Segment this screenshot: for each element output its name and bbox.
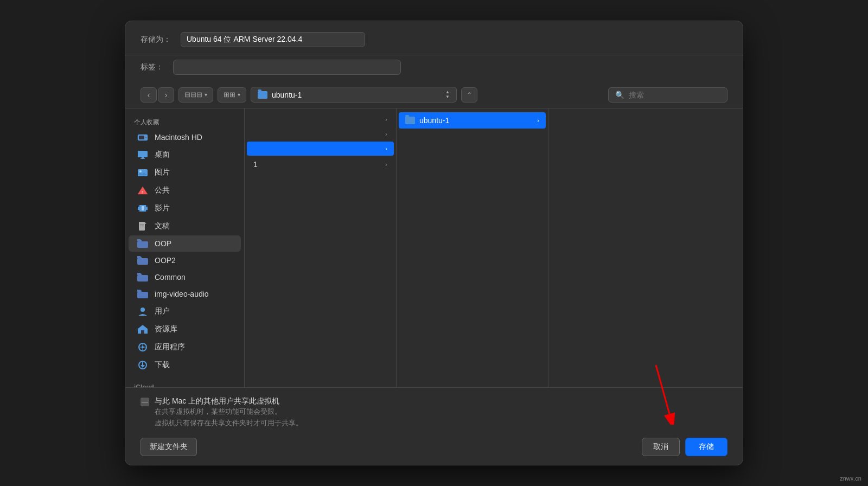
grid-dropdown-icon: ▾ (238, 92, 240, 98)
sidebar-item-oop2[interactable]: OOP2 (129, 252, 241, 268)
svg-rect-4 (142, 157, 144, 158)
dropdown-arrow-icon: ▾ (205, 92, 207, 98)
svg-point-7 (139, 170, 142, 172)
column1-item-3[interactable]: › (247, 142, 394, 156)
cancel-button[interactable]: 取消 (642, 438, 680, 456)
tags-input[interactable] (173, 60, 401, 75)
forward-button[interactable]: › (158, 87, 174, 103)
sidebar-item-user-label: 用户 (155, 306, 170, 316)
sidebar-item-img-video[interactable]: img-video-audio (129, 286, 241, 302)
oop-icon (137, 239, 148, 248)
sidebar-item-download-label: 下载 (155, 360, 170, 370)
column-pane-1: › › › 1 › (245, 108, 397, 387)
svg-rect-22 (137, 292, 148, 298)
user-icon (137, 307, 148, 316)
sidebar-item-common-label: Common (155, 273, 186, 282)
chevron-icon: › (385, 131, 387, 137)
sidebar-item-desktop[interactable]: 桌面 (129, 146, 241, 163)
sidebar-item-common[interactable]: Common (129, 269, 241, 285)
svg-line-35 (656, 365, 669, 414)
documents-icon (137, 222, 148, 231)
red-arrow-annotation (640, 360, 683, 427)
chevron-icon: › (537, 117, 539, 124)
common-icon (137, 273, 148, 282)
right-buttons: 取消 存储 (642, 438, 727, 456)
sidebar-section-personal: 个人收藏 (125, 115, 244, 129)
share-subtitle: 在共享虚拟机时，某些功能可能会受限。 虚拟机只有保存在共享文件夹时才可用于共享。 (155, 406, 303, 429)
save-as-label: 存储为： (141, 35, 171, 44)
svg-marker-33 (141, 365, 145, 368)
filename-input[interactable] (181, 32, 365, 47)
sidebar-item-library[interactable]: 资源库 (129, 321, 241, 338)
expand-button[interactable]: ⌃ (461, 87, 477, 103)
file-browser: › › › 1 › (245, 108, 743, 387)
location-folder-icon (258, 91, 267, 99)
public-icon: ! (137, 186, 148, 195)
sidebar-item-user[interactable]: 用户 (129, 303, 241, 320)
img-video-icon (137, 290, 148, 298)
sidebar-item-macintosh-hd[interactable]: Macintosh HD (129, 129, 241, 145)
svg-rect-10 (138, 205, 139, 207)
sidebar-item-apps-label: 应用程序 (155, 342, 185, 352)
svg-rect-18 (140, 227, 143, 227)
watermark: znwx.cn (840, 475, 861, 482)
svg-point-2 (145, 137, 147, 138)
search-icon: 🔍 (615, 91, 624, 99)
svg-text:!: ! (142, 190, 143, 195)
search-input[interactable] (629, 91, 720, 99)
sidebar-item-movies-label: 影片 (155, 203, 170, 213)
sidebar-item-oop2-label: OOP2 (155, 256, 176, 265)
column-view-icon: ⊟⊟⊟ (184, 91, 202, 99)
ubuntu1-folder-icon (405, 117, 415, 124)
column-view-button[interactable]: ⊟⊟⊟ ▾ (178, 87, 213, 103)
svg-rect-11 (146, 205, 148, 207)
sidebar-item-library-label: 资源库 (155, 324, 177, 334)
chevron-icon: › (385, 116, 387, 123)
column1-item-4-label: 1 (253, 160, 258, 169)
sidebar-item-img-video-label: img-video-audio (155, 290, 209, 298)
sidebar-item-public[interactable]: ! 公共 (129, 182, 241, 199)
selector-arrows: ▲ ▼ (445, 90, 450, 99)
download-icon (137, 361, 148, 369)
sidebar-item-download[interactable]: 下载 (129, 356, 241, 374)
sidebar-item-documents-label: 文稿 (155, 221, 170, 231)
column-pane-2: ubuntu-1 › (397, 108, 548, 387)
apps-icon (137, 343, 148, 351)
sidebar-item-apps[interactable]: 应用程序 (129, 338, 241, 356)
library-icon (137, 325, 148, 334)
svg-rect-6 (138, 169, 148, 176)
hd-icon (137, 133, 148, 142)
grid-view-button[interactable]: ⊞⊞ ▾ (218, 87, 246, 103)
chevron-icon: › (385, 161, 387, 168)
sidebar-item-oop[interactable]: OOP (129, 235, 241, 252)
column1-item-2[interactable]: › (247, 127, 394, 141)
actions-row: 新建文件夹 取消 存储 (141, 438, 727, 456)
column-pane-3 (548, 108, 743, 387)
sidebar-item-photos[interactable]: 图片 (129, 164, 241, 181)
sidebar-item-documents[interactable]: 文稿 (129, 218, 241, 235)
minus-icon: — (142, 399, 148, 405)
sidebar-item-public-label: 公共 (155, 186, 170, 195)
share-checkbox[interactable]: — (141, 398, 149, 406)
column2-ubuntu1[interactable]: ubuntu-1 › (399, 112, 546, 129)
sidebar-item-photos-label: 图片 (155, 168, 170, 177)
svg-rect-21 (137, 275, 148, 282)
location-selector[interactable]: ubuntu-1 ▲ ▼ (251, 87, 457, 103)
svg-point-23 (141, 308, 145, 312)
sidebar-item-movies[interactable]: 影片 (129, 200, 241, 217)
svg-rect-14 (142, 206, 144, 210)
sidebar-item-macintosh-hd-label: Macintosh HD (155, 133, 202, 142)
svg-rect-19 (137, 241, 148, 248)
desktop-icon (137, 150, 148, 159)
movies-icon (137, 204, 148, 213)
column1-item-1[interactable]: › (247, 112, 394, 126)
column1-item-4[interactable]: 1 › (247, 156, 394, 172)
location-folder-name: ubuntu-1 (272, 91, 302, 99)
back-button[interactable]: ‹ (141, 87, 157, 103)
svg-rect-20 (137, 258, 148, 265)
new-folder-button[interactable]: 新建文件夹 (141, 438, 197, 456)
search-box[interactable]: 🔍 (608, 87, 727, 103)
svg-rect-13 (146, 210, 148, 212)
save-button[interactable]: 存储 (685, 438, 727, 456)
chevron-right-icon: › (165, 91, 168, 99)
